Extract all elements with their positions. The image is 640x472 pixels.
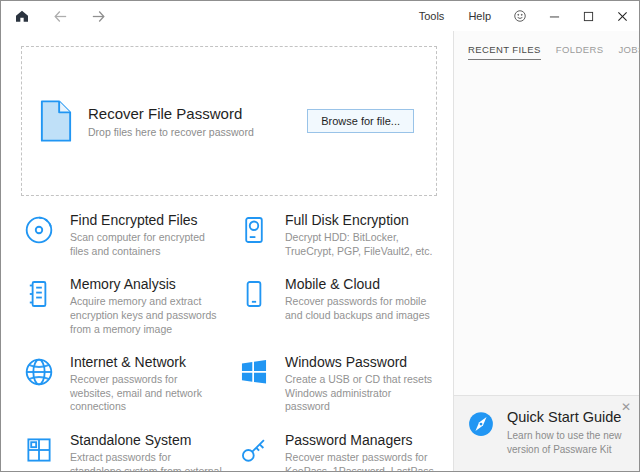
nav-group [13,7,107,25]
tile-title: Mobile & Cloud [285,276,437,292]
tab-folders[interactable]: FOLDERS [556,44,604,60]
tile-desc: Scan computer for encrypted files and co… [70,231,222,258]
dropzone-text: Recover File Password Drop files here to… [88,105,254,138]
tile-desc: Decrypt HDD: BitLocker, TrueCrypt, PGP, … [285,231,437,258]
sidebar: RECENT FILES FOLDERS JOBS Quick Start Gu… [453,31,639,471]
file-drop-zone[interactable]: Recover File Password Drop files here to… [21,46,437,196]
compass-icon [466,409,496,439]
tab-recent-files[interactable]: RECENT FILES [468,44,541,60]
tools-menu[interactable]: Tools [407,1,457,31]
tile-standalone-system[interactable]: Standalone System Extract passwords for … [21,432,222,471]
tab-jobs[interactable]: JOBS [618,44,640,60]
mobile-icon [236,277,272,313]
tile-desc: Recover passwords for mobile and cloud b… [285,295,437,322]
window-grid-icon [21,433,57,469]
forward-icon[interactable] [89,7,107,25]
hard-drive-icon [236,213,272,249]
globe-icon [21,355,57,391]
content-column: Recover File Password Drop files here to… [1,31,453,471]
tile-title: Password Managers [285,432,437,448]
tile-desc: Recover master passwords for KeePass, 1P… [285,451,437,471]
tile-desc: Create a USB or CD that resets Windows a… [285,373,437,414]
quick-start-title: Quick Start Guide [507,409,625,425]
memory-icon [21,277,57,313]
file-icon [38,99,74,143]
home-icon[interactable] [13,7,31,25]
tile-title: Internet & Network [70,354,222,370]
dropzone-title: Recover File Password [88,105,254,122]
tile-memory-analysis[interactable]: Memory Analysis Acquire memory and extra… [21,276,222,336]
back-icon[interactable] [51,7,69,25]
minimize-button[interactable] [537,1,571,31]
tile-internet-and-network[interactable]: Internet & Network Recover passwords for… [21,354,222,414]
feedback-smiley-icon[interactable] [503,1,537,31]
tile-title: Standalone System [70,432,222,448]
tile-title: Windows Password [285,354,437,370]
tile-full-disk-encryption[interactable]: Full Disk Encryption Decrypt HDD: BitLoc… [236,212,437,258]
maximize-button[interactable] [571,1,605,31]
key-icon [236,433,272,469]
tile-mobile-and-cloud[interactable]: Mobile & Cloud Recover passwords for mob… [236,276,437,336]
quick-start-close-icon[interactable]: ✕ [621,401,631,413]
app-window: Tools Help Recov [0,0,640,472]
tile-desc: Recover passwords for websites, email an… [70,373,222,414]
help-menu[interactable]: Help [456,1,503,31]
titlebar-right: Tools Help [407,1,639,31]
sidebar-tabs: RECENT FILES FOLDERS JOBS [454,31,639,60]
disc-icon [21,213,57,249]
windows-icon [236,355,272,391]
tile-title: Full Disk Encryption [285,212,437,228]
tile-desc: Extract passwords for standalone system … [70,451,222,471]
feature-tiles: Find Encrypted Files Scan computer for e… [21,212,437,471]
tile-desc: Acquire memory and extract encryption ke… [70,295,222,336]
recent-files-list [454,60,639,395]
tile-windows-password[interactable]: Windows Password Create a USB or CD that… [236,354,437,414]
dropzone-subtitle: Drop files here to recover password [88,126,254,138]
tile-find-encrypted-files[interactable]: Find Encrypted Files Scan computer for e… [21,212,222,258]
titlebar: Tools Help [1,1,639,31]
tile-title: Find Encrypted Files [70,212,222,228]
quick-start-desc: Learn how to use the new version of Pass… [507,429,625,456]
main-area: Recover File Password Drop files here to… [1,31,639,471]
close-button[interactable] [605,1,639,31]
tile-title: Memory Analysis [70,276,222,292]
tile-password-managers[interactable]: Password Managers Recover master passwor… [236,432,437,471]
browse-for-file-button[interactable]: Browse for file... [307,109,414,133]
quick-start-guide-panel[interactable]: Quick Start Guide Learn how to use the n… [454,395,639,471]
